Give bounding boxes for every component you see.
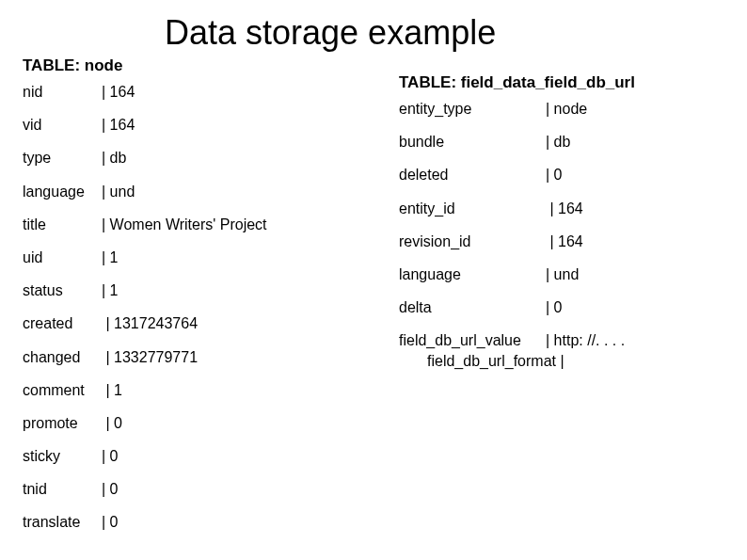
row-value: | 0	[546, 298, 563, 316]
row-key: uid	[23, 248, 102, 266]
row-key: field_db_url_value	[399, 331, 546, 349]
row-key: created	[23, 314, 102, 332]
row-key: entity_id	[399, 200, 546, 217]
table-row: bundle| db	[399, 133, 625, 151]
row-key: language	[23, 183, 102, 200]
row-value: | 1	[102, 381, 122, 399]
row-key: entity_type	[399, 100, 546, 118]
table-row: created | 1317243764	[23, 314, 267, 332]
table-row: field_db_url_value| http: //. . . .	[399, 331, 625, 349]
row-value: | 1332779771	[102, 348, 198, 366]
table-row: sticky| 0	[23, 447, 267, 465]
row-value: | 164	[102, 83, 135, 101]
table-row: entity_id | 164	[399, 200, 625, 217]
row-key: delta	[399, 298, 546, 316]
table-row: language| und	[23, 183, 267, 200]
row-value: | 0	[102, 513, 119, 531]
table-row: nid| 164	[23, 83, 267, 101]
page-title: Data storage example	[165, 13, 496, 53]
table-row: vid| 164	[23, 116, 267, 134]
table-row: changed | 1332779771	[23, 348, 267, 366]
row-value: | 0	[102, 414, 122, 432]
row-value: | und	[546, 265, 579, 283]
table-row: translate| 0	[23, 513, 267, 531]
table-row: promote | 0	[23, 414, 267, 432]
row-key: promote	[23, 414, 102, 432]
row-value: | node	[546, 100, 587, 118]
row-value: | 0	[102, 480, 119, 498]
row-value: | 0	[546, 166, 563, 184]
row-continuation: field_db_url_format |	[399, 352, 625, 370]
table-label-node: TABLE: node	[23, 56, 122, 75]
row-value: | db	[546, 133, 570, 151]
row-key: status	[23, 281, 102, 299]
row-value: | 164	[546, 232, 583, 250]
row-key: deleted	[399, 166, 546, 184]
row-value: | 164	[546, 200, 583, 217]
table-row: delta| 0	[399, 298, 625, 316]
table-row: language| und	[399, 265, 625, 283]
table-row: tnid| 0	[23, 480, 267, 498]
row-value: | 0	[102, 447, 119, 465]
table-node: nid| 164vid| 164type| dblanguage| undtit…	[23, 83, 267, 547]
table-row: status| 1	[23, 281, 267, 299]
table-row: comment | 1	[23, 381, 267, 399]
row-key: bundle	[399, 133, 546, 151]
row-key: comment	[23, 381, 102, 399]
table-row: revision_id | 164	[399, 232, 625, 250]
row-value: | 1	[102, 248, 119, 266]
table-field-data: entity_type| nodebundle| dbdeleted| 0ent…	[399, 100, 625, 370]
table-row: uid| 1	[23, 248, 267, 266]
row-key: revision_id	[399, 232, 546, 250]
row-value: | 164	[102, 116, 135, 134]
row-key: translate	[23, 513, 102, 531]
row-key: type	[23, 149, 102, 167]
row-key: tnid	[23, 480, 102, 498]
row-value: | Women Writers' Project	[102, 216, 267, 233]
table-row: title| Women Writers' Project	[23, 216, 267, 233]
row-key: vid	[23, 116, 102, 134]
table-label-field-data: TABLE: field_data_field_db_url	[399, 73, 635, 92]
table-row: entity_type| node	[399, 100, 625, 118]
row-key: language	[399, 265, 546, 283]
row-key: nid	[23, 83, 102, 101]
row-value: | und	[102, 183, 135, 200]
table-row: type| db	[23, 149, 267, 167]
row-value: | 1317243764	[102, 314, 198, 332]
row-key: sticky	[23, 447, 102, 465]
row-value: | 1	[102, 281, 119, 299]
row-value: | db	[102, 149, 126, 167]
row-key: title	[23, 216, 102, 233]
table-row: deleted| 0	[399, 166, 625, 184]
row-value: | http: //. . . .	[546, 331, 625, 349]
row-key: changed	[23, 348, 102, 366]
